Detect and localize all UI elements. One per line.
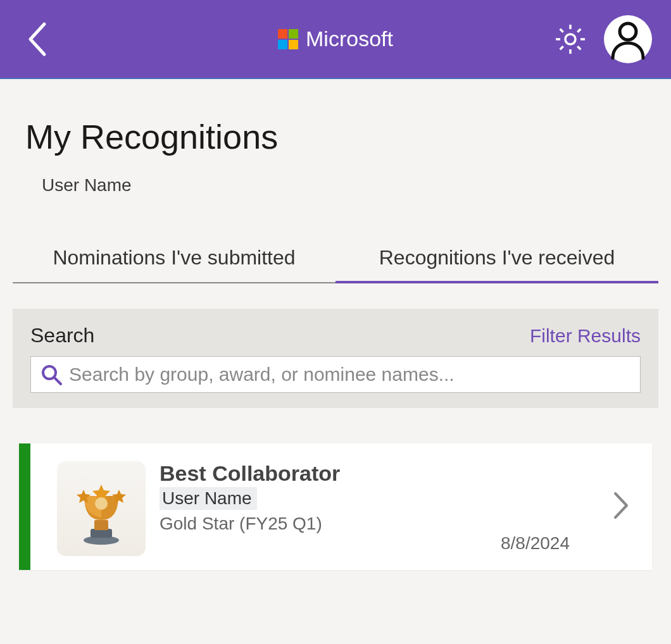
main-content: My Recognitions User Name Nominations I'… [0, 79, 671, 570]
svg-line-3 [54, 378, 61, 384]
profile-avatar[interactable] [604, 15, 652, 63]
current-user-name: User Name [25, 175, 646, 195]
svg-point-1 [620, 23, 636, 40]
brand-name: Microsoft [306, 27, 393, 51]
app-header: Microsoft [0, 0, 671, 79]
search-label: Search [30, 324, 94, 347]
search-input[interactable] [69, 364, 631, 385]
recognition-title: Best Collaborator [160, 461, 627, 486]
trophy-icon [66, 471, 136, 547]
svg-rect-6 [94, 520, 108, 530]
chevron-right-icon [611, 490, 630, 521]
filter-results-link[interactable]: Filter Results [530, 325, 641, 347]
microsoft-logo-icon [278, 29, 298, 49]
brand: Microsoft [278, 27, 393, 51]
svg-point-7 [95, 497, 108, 510]
award-image [57, 461, 146, 556]
recognition-recipient: User Name [160, 487, 257, 510]
recognition-card[interactable]: Best Collaborator User Name Gold Star (F… [19, 443, 652, 570]
recognition-date: 8/8/2024 [501, 533, 570, 554]
page-title: My Recognitions [25, 117, 646, 156]
header-actions [552, 15, 652, 63]
recognition-group: Gold Star (FY25 Q1) [160, 514, 627, 534]
tab-bar: Nominations I've submitted Recognitions … [13, 240, 658, 283]
search-panel: Search Filter Results [13, 309, 658, 408]
results-list: Best Collaborator User Name Gold Star (F… [25, 443, 646, 570]
search-icon [40, 363, 63, 386]
tab-nominations-submitted[interactable]: Nominations I've submitted [13, 240, 336, 282]
settings-button[interactable] [552, 21, 589, 58]
svg-point-0 [565, 34, 575, 44]
search-input-container [30, 356, 641, 393]
tab-recognitions-received[interactable]: Recognitions I've received [336, 240, 658, 282]
person-icon [609, 19, 647, 59]
card-text: Best Collaborator User Name Gold Star (F… [160, 461, 627, 534]
svg-rect-5 [91, 529, 112, 538]
open-chevron [611, 490, 630, 524]
chevron-left-icon [25, 20, 51, 58]
back-button[interactable] [19, 20, 57, 58]
status-stripe [19, 443, 30, 570]
gear-icon [553, 22, 587, 56]
